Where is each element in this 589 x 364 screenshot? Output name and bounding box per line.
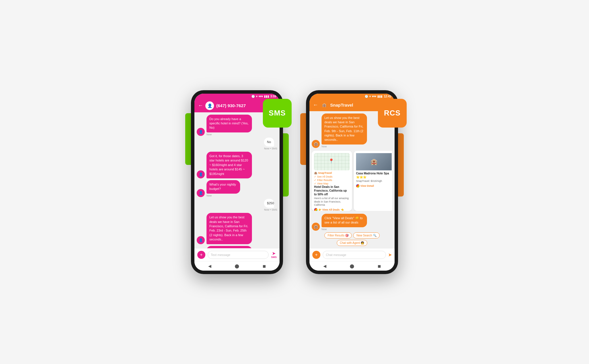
rcs-add-button[interactable]: + xyxy=(312,251,320,259)
card-cta[interactable]: View Detail xyxy=(356,184,392,188)
avatar: 👤 xyxy=(197,189,205,197)
rcs-card-carousel: 📍 🏨 SnapTravel ✓ See All Deals ✓ Filter … xyxy=(312,151,392,211)
main-scene: SMS 🕐 ▾ ▾▾▾ ▮▮▮ 3:59 ← 👤 (647) 930-7627 xyxy=(174,79,415,286)
message-bubble: Got it, for those dates, 3 star hotels a… xyxy=(206,152,252,178)
rcs-status-bar: 🕐 ▾ ▾▾▾ ▮▮▮ 12:43 xyxy=(309,94,395,99)
message-bubble: Let us show you the best deals we have i… xyxy=(206,213,252,244)
sms-nav-bar: ◀ ⬤ ◼ xyxy=(194,261,280,271)
table-row: 👤 Let us show you the best deals we have… xyxy=(197,213,277,244)
rcs-section: RCS 🕐 ▾ ▾▾▾ ▮▮▮ 12:43 ← 🏨 SnapTravel xyxy=(306,90,398,274)
home-nav-button[interactable]: ⬤ xyxy=(349,263,355,269)
sms-status-bar: 🕐 ▾ ▾▾▾ ▮▮▮ 3:59 xyxy=(194,94,280,99)
avatar: 🏨 xyxy=(312,140,320,148)
message-time: Now xyxy=(206,194,251,197)
home-nav-button[interactable]: ⬤ xyxy=(234,263,240,269)
message-bubble: Let us show you the best deals we have i… xyxy=(322,113,367,145)
sms-send-button[interactable]: ➤ SMS xyxy=(271,251,277,259)
table-row: 🏨 Click "View all Deals" 👊 to see a list… xyxy=(312,214,392,231)
back-nav-button[interactable]: ◀ xyxy=(322,263,328,269)
sms-back-button[interactable]: ← xyxy=(198,103,203,109)
message-time: Now xyxy=(322,145,382,148)
rcs-send-button[interactable]: ➤ xyxy=(388,253,392,257)
sms-badge: SMS xyxy=(263,99,292,128)
message-time: Now xyxy=(206,133,267,136)
card-brand-links: ✓ See All Deals ✓ Filter Results ✓ View … xyxy=(314,175,350,185)
msg-wrapper: No Now • SMS xyxy=(264,138,277,150)
map-preview: 📍 xyxy=(314,153,350,170)
msg-wrapper: Click "View all Deals" 👊 to see a list o… xyxy=(322,214,382,231)
recents-nav-button[interactable]: ◼ xyxy=(261,263,267,269)
table-row: 👤 Got it, for those dates, 3 star hotels… xyxy=(197,152,277,178)
sms-contact-name: (647) 930-7627 xyxy=(216,103,262,108)
rcs-back-button[interactable]: ← xyxy=(313,102,318,108)
rcs-card-hotel: 🏨 Casa Madrona Hote Spa ⭐⭐⭐ SnapTravel: … xyxy=(354,151,392,211)
card-cta[interactable]: 👉 View All Deals 👈 xyxy=(314,208,350,211)
card-brand: 🏨 SnapTravel xyxy=(314,172,350,174)
message-bubble: Do you already have a specific hotel in … xyxy=(206,115,252,132)
sms-chat-area: 👤 Do you already have a specific hotel i… xyxy=(194,112,280,248)
message-bubble: No xyxy=(264,138,274,147)
avatar: 👤 xyxy=(197,236,205,244)
msg-wrapper: Do you already have a specific hotel in … xyxy=(206,115,267,136)
msg-wrapper: What's your nightly budget? Now xyxy=(206,180,251,197)
avatar: 👤 xyxy=(197,128,205,136)
filter-results-chip[interactable]: Filter Results 🎯 xyxy=(324,232,352,238)
sms-input-area: + Text message ➤ SMS xyxy=(194,248,280,261)
card-title: Hotel Deals in San Francisco, California… xyxy=(314,185,350,196)
avatar: 👤 xyxy=(197,170,205,178)
rcs-card-deals: 📍 🏨 SnapTravel ✓ See All Deals ✓ Filter … xyxy=(312,151,352,211)
message-bubble: What's your nightly budget? xyxy=(206,180,240,194)
rcs-badge: RCS xyxy=(378,99,407,128)
card-title: Casa Madrona Hote Spa ⭐⭐⭐ xyxy=(356,172,392,179)
table-row: 👤 What's your nightly budget? Now xyxy=(197,180,277,197)
chat-with-agent-chip[interactable]: Chat with Agent 🧑 xyxy=(337,240,368,246)
recents-nav-button[interactable]: ◼ xyxy=(376,263,382,269)
message-bubble: SnapTravel found amazing hotel deals in … xyxy=(206,246,252,248)
message-bubble: Click "View all Deals" 👊 to see a list o… xyxy=(322,214,367,227)
rcs-nav-bar: ◀ ⬤ ◼ xyxy=(309,261,395,271)
hotel-image: 🏨 xyxy=(356,153,392,170)
google-icon xyxy=(356,184,359,188)
sms-contact-avatar: 👤 xyxy=(205,101,214,110)
google-icon xyxy=(314,208,318,211)
table-row: No Now • SMS xyxy=(197,138,277,150)
message-time: Now • SMS xyxy=(264,208,277,211)
card-price: SnapTravel: $316/nigh xyxy=(356,180,392,183)
rcs-brand-avatar: 🏨 xyxy=(320,101,328,109)
sms-message-input[interactable]: Text message xyxy=(208,251,269,259)
table-row: $250 Now • SMS xyxy=(197,199,277,211)
message-time: Now • SMS xyxy=(264,147,277,150)
msg-wrapper: SnapTravel found amazing hotel deals in … xyxy=(206,246,267,248)
card-desc: Here's a list of all our amazing deals i… xyxy=(314,197,350,207)
suggestion-chips: Filter Results 🎯 New Search 🔍 Chat with … xyxy=(312,232,392,246)
new-search-chip[interactable]: New Search 🔍 xyxy=(353,232,379,238)
table-row: 👤 SnapTravel found amazing hotel deals i… xyxy=(197,246,277,248)
rcs-chat-area: 🏨 Let us show you the best deals we have… xyxy=(309,111,395,248)
rcs-input-area: + Chat message ➤ xyxy=(309,248,395,261)
rcs-contact-name: SnapTravel xyxy=(330,103,378,107)
back-nav-button[interactable]: ◀ xyxy=(207,263,213,269)
msg-wrapper: Let us show you the best deals we have i… xyxy=(206,213,267,244)
rcs-message-input[interactable]: Chat message xyxy=(323,251,386,259)
avatar: 🏨 xyxy=(312,223,320,231)
sms-add-button[interactable]: + xyxy=(197,251,205,259)
msg-wrapper: Got it, for those dates, 3 star hotels a… xyxy=(206,152,267,178)
sms-section: SMS 🕐 ▾ ▾▾▾ ▮▮▮ 3:59 ← 👤 (647) 930-7627 xyxy=(191,90,283,274)
message-bubble: $250 xyxy=(264,199,274,208)
msg-wrapper: $250 Now • SMS xyxy=(264,199,277,211)
message-time: Now xyxy=(322,228,382,231)
msg-wrapper: Let us show you the best deals we have i… xyxy=(322,113,382,148)
